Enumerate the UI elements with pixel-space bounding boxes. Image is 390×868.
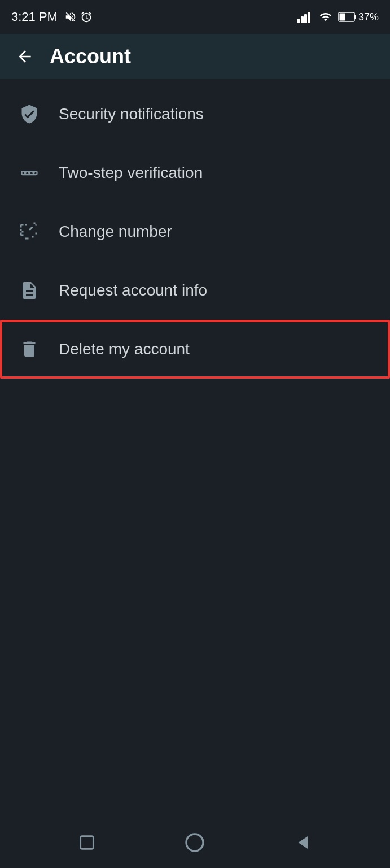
shield-icon: [17, 102, 42, 127]
svg-marker-13: [298, 836, 308, 849]
mute-icon: [64, 11, 77, 23]
status-bar: 3:21 PM: [0, 0, 390, 34]
svg-point-8: [24, 172, 27, 175]
svg-rect-1: [301, 16, 304, 23]
back-nav-button[interactable]: [288, 827, 318, 858]
security-notifications-label: Security notifications: [59, 105, 204, 123]
nav-bar: [0, 817, 390, 868]
svg-rect-2: [304, 14, 307, 23]
menu-item-change-number[interactable]: Change number: [0, 202, 390, 261]
recent-apps-button[interactable]: [72, 827, 102, 858]
status-right: 37%: [297, 11, 379, 23]
battery-container: 37%: [338, 11, 379, 23]
request-account-info-label: Request account info: [59, 281, 207, 300]
svg-rect-11: [81, 836, 94, 849]
svg-rect-3: [308, 12, 310, 23]
page-title: Account: [50, 45, 131, 68]
menu-item-two-step-verification[interactable]: Two-step verification: [0, 144, 390, 202]
recent-apps-icon: [77, 833, 97, 852]
alarm-icon: [80, 11, 93, 23]
wifi-icon: [318, 11, 334, 23]
svg-point-10: [32, 172, 35, 175]
battery-icon: [338, 11, 357, 23]
change-number-label: Change number: [59, 223, 172, 241]
two-step-verification-label: Two-step verification: [59, 164, 203, 182]
menu-list: Security notifications Two-step verifica…: [0, 85, 390, 379]
back-arrow-icon: [16, 47, 34, 66]
status-left: 3:21 PM: [11, 10, 93, 24]
status-icons-left: [64, 11, 93, 23]
phone-edit-icon: [17, 219, 42, 244]
trash-icon: [17, 337, 42, 362]
back-nav-icon: [293, 833, 313, 852]
svg-rect-6: [339, 14, 345, 21]
menu-item-security-notifications[interactable]: Security notifications: [0, 85, 390, 144]
signal-icon: [297, 11, 313, 23]
home-button[interactable]: [178, 826, 212, 860]
svg-point-9: [28, 172, 31, 175]
menu-item-delete-account[interactable]: Delete my account: [0, 320, 390, 379]
svg-point-12: [186, 834, 203, 851]
battery-percentage: 37%: [358, 11, 379, 23]
svg-rect-0: [297, 19, 300, 23]
back-button[interactable]: [11, 43, 38, 70]
dots-icon: [17, 160, 42, 185]
document-icon: [17, 278, 42, 303]
delete-account-label: Delete my account: [59, 340, 190, 358]
status-time: 3:21 PM: [11, 10, 58, 24]
home-circle-icon: [183, 831, 206, 854]
menu-item-request-account-info[interactable]: Request account info: [0, 261, 390, 320]
toolbar: Account: [0, 34, 390, 79]
svg-rect-5: [354, 15, 356, 19]
